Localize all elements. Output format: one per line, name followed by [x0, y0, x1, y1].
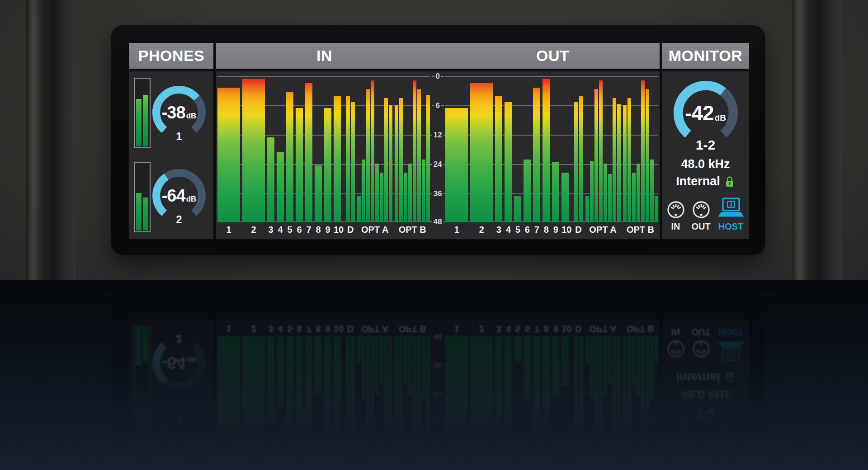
channel-bars: [514, 76, 521, 222]
meter-bar: [650, 160, 654, 222]
phones1-volume-knob[interactable]: -38 dB 1: [151, 84, 208, 141]
channel-label: 3: [495, 222, 502, 236]
channel-bars: [470, 76, 493, 222]
meter-bar: [242, 79, 265, 222]
host-laptop-icon: 3: [717, 197, 745, 220]
channel-bars: [552, 76, 559, 222]
meter-channel-10: 10: [334, 76, 344, 236]
channel-bars: [585, 76, 621, 222]
channel-label: 2: [242, 222, 265, 236]
phones2-channel-label: 2: [151, 213, 208, 226]
meter-bar: [395, 105, 398, 222]
channel-label: 4: [505, 222, 512, 236]
out-meter-group: 12345678910DOPT AOPT B: [445, 71, 658, 239]
meter-bar: [608, 174, 612, 222]
meter-channel-1: 1: [217, 76, 240, 236]
meter-bar: [585, 196, 589, 222]
scene: PHONES -38 dB 1 -: [0, 0, 868, 470]
meter-bar: [426, 95, 430, 222]
rack-groove-right: [792, 0, 842, 280]
meter-channel-10: 10: [561, 76, 571, 236]
channel-bars: [561, 76, 571, 222]
phones-meter-bar: [143, 95, 148, 146]
channel-label: 8: [315, 222, 322, 236]
meter-bar: [552, 162, 559, 222]
db-scale-tick: 0: [430, 71, 445, 81]
phones1-channel-label: 1: [151, 130, 208, 143]
channel-bars: [286, 76, 293, 222]
meter-channels: 12345678910DOPT AOPT B: [445, 71, 658, 236]
meter-bar: [627, 98, 631, 222]
out-header: OUT: [446, 47, 660, 65]
meter-bar: [524, 160, 531, 222]
meter-channel-d: D: [346, 76, 355, 236]
meter-bar: [380, 173, 383, 222]
channel-label: 7: [305, 222, 312, 236]
meters-header: IN OUT: [216, 43, 660, 69]
meter-bar: [362, 160, 365, 222]
meter-bar: [351, 102, 355, 222]
channel-bars: [346, 76, 355, 222]
meter-bar: [655, 196, 658, 222]
phones-meter-bar: [136, 99, 142, 146]
meter-channel-1: 1: [445, 76, 468, 236]
meter-channel-4: 4: [277, 76, 284, 236]
meter-bar: [495, 96, 502, 222]
meter-bar: [637, 164, 640, 222]
meter-bar: [371, 80, 374, 222]
phones-body: -38 dB 1 -64 dB 2: [129, 71, 213, 239]
meter-bar: [579, 96, 583, 222]
channel-label: OPT B: [395, 222, 430, 236]
channel-bars: [357, 76, 392, 222]
channel-bars: [315, 76, 322, 222]
channel-bars: [574, 76, 583, 222]
meter-channels: 12345678910DOPT AOPT B: [217, 71, 430, 236]
meter-bar: [357, 196, 361, 222]
meters-section: IN OUT 12345678910DOPT AOPT B 0612243648…: [216, 43, 660, 239]
meter-channel-8: 8: [542, 76, 550, 236]
phones-header: PHONES: [129, 43, 213, 69]
channel-bars: [324, 76, 331, 222]
midi-out-label: OUT: [691, 221, 711, 232]
meter-channel-6: 6: [296, 76, 303, 236]
clock-source: Internal: [676, 174, 720, 188]
ports-row: 3: [662, 197, 749, 220]
monitor-header: MONITOR: [662, 43, 749, 69]
db-scale-tick: 24: [430, 160, 445, 169]
meter-bar: [389, 105, 392, 222]
meter-bar: [646, 89, 649, 222]
channel-bars: [277, 76, 284, 222]
channel-label: 5: [286, 222, 293, 236]
sample-rate: 48.0 kHz: [662, 157, 749, 171]
meter-bar: [445, 108, 468, 222]
channel-label: 3: [267, 222, 274, 236]
host-label: HOST: [717, 221, 745, 232]
meter-channel-7: 7: [305, 76, 312, 236]
midi-out-icon: [691, 200, 711, 220]
meter-bar: [613, 98, 616, 222]
meter-channel-9: 9: [552, 76, 559, 236]
meter-bar: [542, 79, 550, 222]
db-scale-tick: 6: [430, 101, 445, 111]
meter-bar: [574, 102, 578, 222]
reflective-surface: [0, 280, 868, 470]
db-scale-tick: 48: [430, 217, 445, 227]
phones2-volume-knob[interactable]: -64 dB 2: [151, 167, 208, 224]
monitor-section: MONITOR -42 dB 1-2 48.0 kHz Internal: [662, 43, 749, 239]
meter-channel-7: 7: [533, 76, 540, 236]
meter-channel-4: 4: [505, 76, 512, 236]
meter-bar: [217, 88, 240, 222]
meter-bar: [623, 105, 627, 222]
meter-bar: [384, 98, 388, 222]
meter-bar: [617, 104, 621, 222]
meter-channel-3: 3: [267, 76, 274, 236]
channel-bars: [505, 76, 512, 222]
channel-label: 2: [470, 222, 493, 236]
channel-label: D: [346, 222, 355, 236]
channel-label: OPT A: [585, 222, 621, 236]
meter-channel-9: 9: [324, 76, 331, 236]
meter-channel-6: 6: [524, 76, 531, 236]
port-labels: IN OUT HOST: [662, 221, 749, 232]
channel-label: OPT A: [357, 222, 392, 236]
meter-channel-2: 2: [242, 76, 265, 236]
